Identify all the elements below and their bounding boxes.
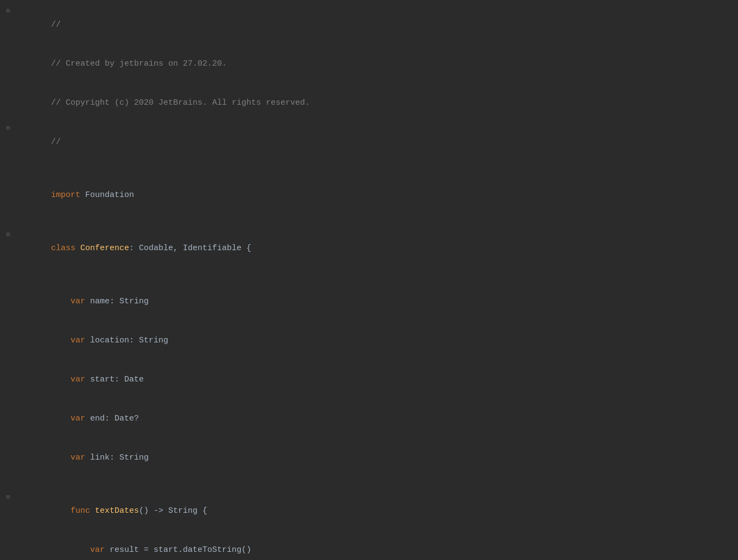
line-content-2: // Created by jetbrains on 27.02.20. [16, 44, 738, 84]
fold-gutter-14 [0, 438, 16, 440]
token-comment-2: // Created by jetbrains on 27.02.20. [51, 59, 227, 68]
line-content-7 [16, 215, 738, 228]
code-line-4: ⊟ // [0, 123, 738, 162]
code-line-16: ⊟ func textDates() -> String { [0, 492, 738, 531]
code-editor: ⊟ // // Created by jetbrains on 27.02.20… [0, 0, 738, 560]
token-indent-14 [51, 453, 71, 462]
line-content-3: // Copyright (c) 2020 JetBrains. All rig… [16, 84, 738, 123]
fold-gutter-6 [0, 176, 16, 177]
token-space-1 [75, 244, 80, 253]
fold-gutter-7 [0, 215, 16, 216]
fold-gutter-13 [0, 399, 16, 400]
code-line-10: var name: String [0, 282, 738, 321]
code-line-15 [0, 478, 738, 492]
token-comment-3: // Copyright (c) 2020 JetBrains. All rig… [51, 98, 310, 107]
code-line-6: import Foundation [0, 176, 738, 215]
code-line-9 [0, 268, 738, 282]
code-line-2: // Created by jetbrains on 27.02.20. [0, 44, 738, 84]
token-var-11: var [71, 336, 85, 345]
token-import: import [51, 190, 80, 200]
token-result-assign: result = start.dateToString() [105, 545, 251, 555]
token-class-name: Conference [80, 244, 129, 253]
code-line-3: // Copyright (c) 2020 JetBrains. All rig… [0, 84, 738, 123]
line-content-6: import Foundation [16, 176, 738, 215]
line-content-17: var result = start.dateToString() [16, 531, 738, 560]
code-line-14: var link: String [0, 438, 738, 478]
token-comment-4: // [51, 137, 61, 147]
token-protocols: : Codable, Identifiable { [129, 244, 251, 253]
token-foundation: Foundation [80, 190, 134, 200]
fold-gutter-10 [0, 282, 16, 283]
fold-gutter-15 [0, 478, 16, 479]
token-var-10: var [71, 297, 85, 306]
code-line-11: var location: String [0, 321, 738, 360]
fold-gutter-9 [0, 268, 16, 269]
fold-gutter-5 [0, 162, 16, 163]
token-indent-12 [51, 375, 71, 384]
token-end-prop: end: Date? [85, 414, 139, 423]
token-func-kw: func [71, 506, 90, 516]
line-content-9 [16, 268, 738, 281]
token-indent-11 [51, 336, 71, 345]
code-line-5 [0, 162, 738, 176]
fold-icon-8[interactable]: ⊟ [7, 230, 10, 240]
token-var-12: var [71, 375, 85, 384]
code-line-7 [0, 215, 738, 229]
fold-icon-16[interactable]: ⊟ [7, 493, 10, 502]
fold-gutter-17 [0, 531, 16, 532]
line-content-11: var location: String [16, 321, 738, 360]
token-func-sig: () -> String { [139, 506, 207, 516]
token-var-17: var [90, 545, 105, 555]
fold-gutter-12 [0, 360, 16, 361]
token-indent-13 [51, 414, 71, 423]
token-indent-17 [51, 545, 90, 555]
token-name-prop: name: String [85, 297, 149, 306]
fold-gutter-16[interactable]: ⊟ [0, 492, 16, 502]
code-line-17: var result = start.dateToString() [0, 531, 738, 560]
token-indent-16 [51, 506, 71, 516]
line-content-12: var start: Date [16, 360, 738, 399]
line-content-4: // [16, 123, 738, 162]
token-space-func [90, 506, 95, 516]
line-content-1: // [16, 5, 738, 44]
fold-gutter-4[interactable]: ⊟ [0, 123, 16, 133]
code-line-12: var start: Date [0, 360, 738, 399]
token-comment-1: // [51, 20, 61, 29]
code-line-8: ⊟ class Conference: Codable, Identifiabl… [0, 229, 738, 268]
fold-gutter-3 [0, 84, 16, 85]
fold-gutter-1[interactable]: ⊟ [0, 5, 16, 16]
token-var-13: var [71, 414, 85, 423]
token-indent-10 [51, 297, 71, 306]
line-content-16: func textDates() -> String { [16, 492, 738, 531]
token-var-14: var [71, 453, 85, 462]
code-line-13: var end: Date? [0, 399, 738, 438]
line-content-15 [16, 478, 738, 491]
fold-icon-4[interactable]: ⊟ [7, 124, 10, 133]
line-content-13: var end: Date? [16, 399, 738, 438]
token-func-name: textDates [95, 506, 139, 516]
line-content-8: class Conference: Codable, Identifiable … [16, 229, 738, 268]
fold-gutter-8[interactable]: ⊟ [0, 229, 16, 240]
token-start-prop: start: Date [85, 375, 144, 384]
fold-gutter-2 [0, 44, 16, 46]
code-line-1: ⊟ // [0, 5, 738, 44]
fold-icon-1[interactable]: ⊟ [7, 7, 10, 16]
token-link-prop: link: String [85, 453, 149, 462]
token-class-kw: class [51, 244, 75, 253]
line-content-14: var link: String [16, 438, 738, 478]
line-content-10: var name: String [16, 282, 738, 321]
token-location-prop: location: String [85, 336, 168, 345]
line-content-5 [16, 162, 738, 175]
fold-gutter-11 [0, 321, 16, 322]
